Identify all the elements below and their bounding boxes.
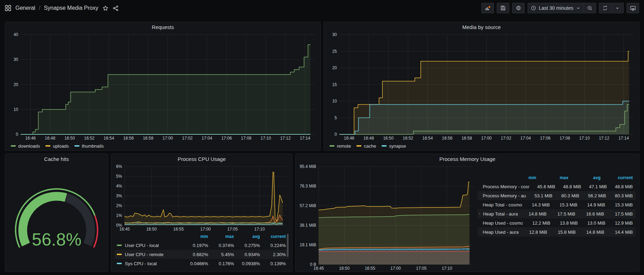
y-axis-tick-label: 20 — [332, 65, 337, 70]
legend-scrollbar[interactable] — [287, 234, 289, 257]
legend-column-max[interactable]: max — [208, 234, 234, 239]
media-plot[interactable]: 16:4616:4816:5016:5216:5416:5616:5817:00… — [327, 32, 636, 141]
legend-table-header: minmaxavgcurrent — [477, 174, 636, 182]
zoom-out-button[interactable] — [583, 3, 596, 13]
legend-item-remote[interactable]: remote — [330, 143, 351, 149]
legend-value-current: 15.3 MiB — [605, 202, 633, 207]
legend-column-min[interactable]: min — [504, 175, 536, 180]
memory-plot[interactable]: 16:4516:5016:5517:0017:0517:100 B19.1 Mi… — [298, 164, 475, 272]
series-fill-synapse — [339, 101, 629, 134]
x-axis-tick-label: 17:00 — [162, 136, 173, 141]
legend-column-avg[interactable]: avg — [234, 234, 260, 239]
legend-value-max: 0.176% — [208, 261, 234, 266]
legend-value-avg: 14.9 MiB — [578, 202, 605, 207]
legend-value-avg: 0.934% — [234, 252, 260, 257]
legend-series-Heap Used - cosmos[interactable]: Heap Used - cosmos — [480, 220, 523, 226]
legend-item-synapse[interactable]: synapse — [382, 143, 406, 149]
memory-chart[interactable]: 16:4516:5016:5517:0017:0517:100 B19.1 Mi… — [298, 164, 475, 272]
legend-column-current[interactable]: current — [260, 234, 286, 239]
panel-title[interactable]: Requests — [5, 22, 320, 32]
legend-label: Process Memory - aura — [483, 193, 526, 198]
share-icon[interactable] — [113, 5, 119, 11]
legend-value-max: 0.374% — [208, 243, 234, 248]
x-axis-tick-label: 17:06 — [540, 136, 551, 141]
legend-value-min: 12.2 MiB — [523, 220, 550, 226]
legend-value-current: 0.139% — [260, 261, 286, 266]
x-axis-tick-label: 16:46 — [25, 136, 36, 141]
dashboard-topbar: General / Synapse Media Proxy — [0, 0, 644, 16]
star-icon[interactable] — [102, 5, 108, 11]
legend-series-Heap Used - aura[interactable]: Heap Used - aura — [480, 230, 518, 235]
y-axis-tick-label: 5% — [116, 174, 122, 179]
breadcrumb-section[interactable]: General — [15, 5, 35, 11]
legend-item-cache[interactable]: cache — [356, 143, 376, 149]
legend-label: remote — [337, 143, 351, 149]
legend-label: synapse — [389, 143, 406, 149]
clock-icon — [531, 5, 536, 11]
panel-title[interactable]: Media by source — [324, 22, 639, 32]
x-axis-tick-label: 17:12 — [599, 136, 609, 141]
dashboard-grid-icon[interactable] — [5, 5, 11, 11]
legend-value-max: 80.3 MiB — [552, 193, 579, 198]
cpu-chart[interactable]: 16:4516:5016:5517:0017:0517:100%1%2%3%4%… — [114, 164, 289, 232]
add-panel-button[interactable] — [481, 3, 494, 13]
x-axis-tick-label: 16:54 — [104, 136, 114, 141]
time-picker-group: Last 30 minutes — [528, 3, 596, 13]
cycle-view-button[interactable] — [627, 3, 639, 13]
requests-plot[interactable]: 16:4616:4816:5016:5216:5416:5616:5817:00… — [8, 32, 318, 141]
y-axis-tick-label: 0 B — [310, 262, 316, 267]
gear-icon: ⚙ — [516, 5, 521, 11]
legend-swatch — [117, 245, 122, 246]
panel-title[interactable]: Process Memory Usage — [296, 154, 639, 164]
legend-table-row: Heap Total - aura14.8 MiB17.5 MiB16.6 Mi… — [477, 209, 636, 218]
panel-process-cpu-usage: Process CPU Usage 16:4516:5016:5517:0017… — [111, 154, 292, 272]
save-dashboard-button[interactable] — [497, 3, 509, 13]
legend-item-downloads[interactable]: downloads — [11, 143, 40, 149]
legend-series-User CPU - local[interactable]: User CPU - local — [117, 243, 182, 248]
refresh-interval-button[interactable] — [611, 3, 624, 13]
y-axis-tick-label: 57.2 MiB — [300, 203, 316, 208]
legend-value-max: 15.8 MiB — [547, 230, 576, 235]
legend-series-Process Memory - aura[interactable]: Process Memory - aura — [480, 193, 526, 198]
media-chart[interactable]: 16:4616:4816:5016:5216:5416:5616:5817:00… — [327, 32, 636, 141]
legend-value-min: 53.1 MiB — [526, 193, 553, 198]
panel-media-by-source: Media by source 16:4616:4816:5016:5216:5… — [324, 22, 639, 151]
legend-label: Heap Total - cosmos — [483, 202, 522, 207]
legend-series-Heap Total - aura[interactable]: Heap Total - aura — [480, 211, 518, 217]
time-range-label: Last 30 minutes — [539, 5, 573, 11]
x-axis-tick-label: 16:52 — [403, 136, 413, 141]
requests-chart[interactable]: 16:4616:4816:5016:5216:5416:5616:5817:00… — [8, 32, 318, 141]
time-range-picker[interactable]: Last 30 minutes — [528, 3, 584, 13]
x-axis-tick-label: 17:05 — [416, 266, 426, 271]
legend-value-min: 12.8 MiB — [518, 230, 547, 235]
legend-series-Heap Total - cosmos[interactable]: Heap Total - cosmos — [480, 202, 522, 207]
cpu-plot[interactable]: 16:4516:5016:5517:0017:0517:100%1%2%3%4%… — [114, 164, 289, 232]
x-axis-tick-label: 17:10 — [442, 266, 452, 271]
legend-column-avg[interactable]: avg — [568, 175, 601, 180]
legend-column-min[interactable]: min — [182, 234, 208, 239]
legend-label: Heap Used - aura — [483, 230, 518, 235]
x-axis-tick-label: 17:05 — [227, 227, 238, 232]
x-axis-tick-label: 17:02 — [182, 136, 193, 141]
legend-value-current: 17.5 MiB — [604, 211, 633, 217]
y-axis-tick-label: 1% — [116, 213, 122, 218]
breadcrumb-separator: / — [39, 5, 40, 11]
panel-title[interactable]: Process CPU Usage — [111, 154, 292, 164]
legend-table-row: User CPU - remote0.682%5.45%0.934%2.30% — [115, 250, 289, 259]
legend-value-avg: 16.6 MiB — [575, 211, 604, 217]
panel-title[interactable]: Cache hits — [5, 154, 108, 164]
legend-column-current[interactable]: current — [601, 175, 633, 180]
legend-series-User CPU - remote[interactable]: User CPU - remote — [117, 252, 182, 257]
legend-series-Process Memory - cosmos[interactable]: Process Memory - cosmos — [480, 184, 529, 189]
legend-value-max: 15.3 MiB — [550, 202, 578, 207]
legend-column-max[interactable]: max — [536, 175, 568, 180]
refresh-button[interactable] — [599, 3, 611, 13]
legend-table-row: User CPU - local0.197%0.374%0.275%0.224% — [115, 241, 289, 250]
dashboard-settings-button[interactable]: ⚙ — [512, 3, 525, 13]
legend-series-Sys CPU - local[interactable]: Sys CPU - local — [117, 261, 182, 266]
y-axis-tick-label: 0 — [16, 132, 18, 137]
legend-value-max: 13.8 MiB — [550, 220, 578, 226]
legend-item-uploads[interactable]: uploads — [45, 143, 69, 149]
legend-item-thumbnails[interactable]: thumbnails — [75, 143, 104, 149]
page-title[interactable]: Synapse Media Proxy — [44, 5, 98, 11]
